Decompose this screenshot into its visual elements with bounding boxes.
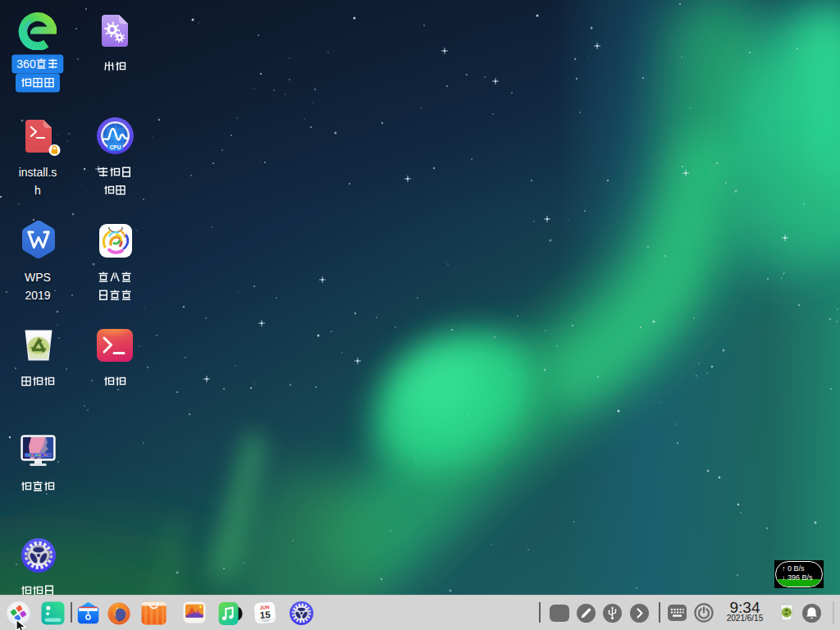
svg-text:CPU: CPU <box>110 144 121 150</box>
svg-text:TUES: TUES <box>262 619 269 623</box>
